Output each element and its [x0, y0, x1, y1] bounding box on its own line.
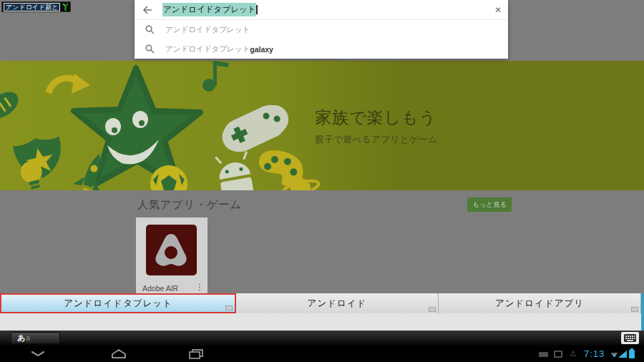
banner-title: 家族で楽しもう	[315, 107, 438, 129]
back-arrow-icon[interactable]	[142, 6, 152, 14]
candidate-source-icon	[631, 307, 638, 312]
ime-candidate-extra-area	[0, 313, 641, 331]
text-cursor	[256, 5, 258, 14]
suggestion-text: アンドロイドタブレット	[165, 44, 250, 54]
candidate-text: アンドロイドアプリ	[495, 298, 584, 310]
suggestion-suffix: galaxy	[250, 45, 273, 54]
app-card-adobe-air[interactable]: Adobe AIR ⋮	[136, 217, 208, 293]
wifi-icon	[610, 351, 618, 358]
home-button[interactable]	[103, 346, 135, 362]
overflow-menu-icon[interactable]: ⋮	[195, 282, 204, 292]
ime-mode-kana-label: あ	[17, 334, 25, 342]
android-tablet-screen: 家族で楽しもう 親子で遊べるアプリとゲーム 人気アプリ・ゲーム もっと見る Ad…	[0, 0, 644, 362]
show-keyboard-button[interactable]	[621, 332, 639, 344]
system-navigation-bar: ⚠ 7:13	[0, 346, 644, 362]
adobe-air-logo	[146, 225, 197, 275]
app-name: Adobe AIR	[142, 284, 178, 293]
recent-apps-button[interactable]	[180, 346, 212, 362]
ime-mode-button[interactable]: あ a	[11, 332, 60, 344]
search-suggestion-row[interactable]: アンドロイドタブレット	[135, 20, 508, 39]
search-icon	[145, 44, 155, 54]
search-overlay: アンドロイドタブレット ✕ アンドロイドタブレット アンドロイドタブレットgal…	[135, 0, 508, 59]
family-banner[interactable]: 家族で楽しもう 親子で遊べるアプリとゲーム	[0, 61, 644, 190]
banner-illustration	[0, 61, 336, 190]
ime-sprout-icon[interactable]	[62, 3, 69, 11]
ime-composition-window: アンドロイド新と	[1, 1, 71, 12]
game-controller-icon	[217, 99, 294, 158]
banner-text-block: 家族で楽しもう 親子で遊べるアプリとゲーム	[315, 107, 438, 146]
warning-icon: ⚠	[570, 349, 577, 358]
search-query-text: アンドロイドタブレット	[162, 3, 256, 16]
banner-subtitle: 親子で遊べるアプリとゲーム	[315, 134, 438, 146]
football-icon	[0, 87, 23, 124]
candidate-selected[interactable]: アンドロイドタブレット	[0, 293, 236, 313]
chevron-down-icon	[31, 351, 45, 357]
battery-icon	[629, 350, 635, 358]
arrow-icon	[49, 74, 90, 94]
ime-bottom-bar: あ a	[0, 331, 644, 346]
search-suggestion-row[interactable]: アンドロイドタブレットgalaxy	[135, 39, 508, 59]
suggestion-text: アンドロイドタブレット	[165, 25, 250, 35]
adobe-air-app-icon[interactable]	[146, 225, 197, 275]
candidate-text: アンドロイド	[308, 298, 367, 310]
ime-mode-alpha-label: a	[26, 335, 30, 342]
search-icon	[145, 25, 155, 34]
candidate-text: アンドロイドタブレット	[64, 298, 172, 310]
ime-candidate-bar: アンドロイドタブレット アンドロイド アンドロイドアプリ	[0, 293, 641, 313]
candidate-scrollbar[interactable]	[641, 293, 644, 331]
ime-composition-text: アンドロイド新と	[4, 3, 60, 11]
candidate-source-icon	[225, 305, 233, 310]
hide-keyboard-back-button[interactable]	[22, 346, 54, 362]
search-input[interactable]: アンドロイドタブレット	[162, 3, 258, 16]
screenshot-notification-icon	[554, 351, 562, 358]
keyboard-notification-icon	[539, 352, 548, 357]
signal-strength-icon	[618, 351, 627, 358]
more-button[interactable]: もっと見る	[467, 197, 512, 212]
candidate-source-icon	[429, 307, 436, 312]
candidate[interactable]: アンドロイド	[236, 293, 439, 313]
music-note-icon	[203, 61, 229, 92]
search-bar: アンドロイドタブレット ✕	[135, 0, 508, 20]
section-title: 人気アプリ・ゲーム	[137, 198, 242, 212]
candidate[interactable]: アンドロイドアプリ	[439, 293, 641, 313]
status-clock[interactable]: 7:13	[584, 348, 605, 359]
close-icon[interactable]: ✕	[494, 5, 502, 15]
home-icon	[111, 349, 127, 358]
android-robot-icon	[215, 152, 254, 190]
recents-icon	[189, 349, 203, 359]
keyboard-icon	[624, 334, 636, 342]
